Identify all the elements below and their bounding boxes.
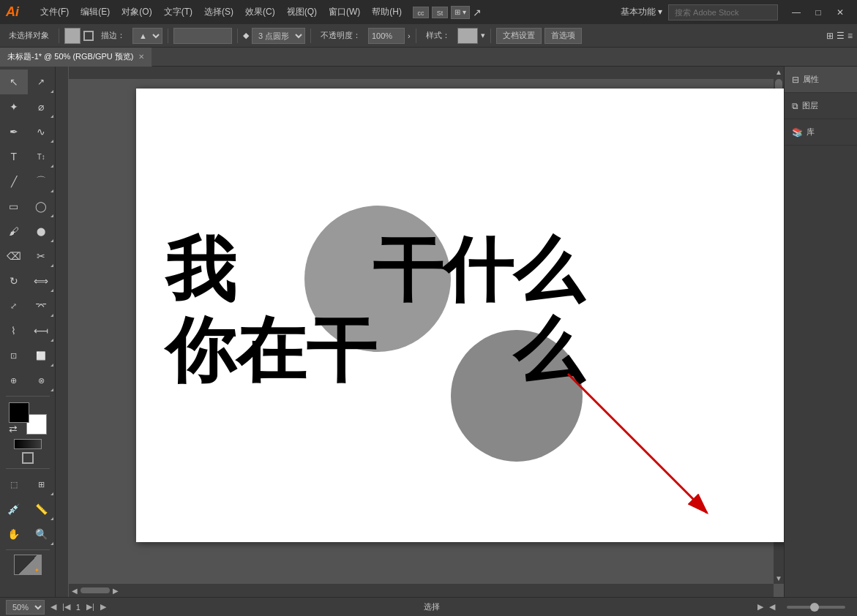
adobe-stock-search[interactable]: [668, 4, 778, 20]
width-tool[interactable]: ⟻: [28, 318, 56, 343]
color-fill-box[interactable]: [173, 28, 232, 44]
shape-builder-tool[interactable]: ⊕: [0, 368, 28, 393]
scroll-right-button[interactable]: ▶: [113, 587, 119, 595]
document-tab[interactable]: 未标题-1* @ 50% (RGB/GPU 预览) ✕: [0, 48, 152, 67]
page-prev-button[interactable]: ◀: [50, 602, 56, 612]
foreground-color-swatch[interactable]: [9, 402, 29, 423]
pen-tool[interactable]: ✒: [0, 119, 28, 144]
text-line-2[interactable]: 你在干 么: [165, 315, 583, 386]
eyedropper-icon: 💉: [7, 503, 20, 515]
tool-row-select: ↖ ↗: [0, 70, 55, 94]
text-line-1[interactable]: 我 干什么: [165, 235, 583, 305]
page-next-button[interactable]: ▶: [100, 602, 106, 612]
workspace-dropdown[interactable]: 基本功能 ▾: [616, 4, 667, 20]
opacity-expand[interactable]: ›: [408, 31, 411, 40]
gradient-swatch[interactable]: [14, 439, 42, 449]
rotate-tool[interactable]: ↻: [0, 268, 28, 293]
toggle-panel-icon[interactable]: ☰: [837, 31, 845, 41]
magic-wand-tool[interactable]: ✦: [0, 94, 28, 119]
style-expand[interactable]: ▾: [481, 31, 485, 40]
selection-tool[interactable]: ↖: [0, 70, 28, 94]
scroll-thumb-horizontal[interactable]: [81, 587, 110, 593]
fill-swatch[interactable]: [64, 28, 81, 44]
page-last-button[interactable]: ▶|: [86, 602, 94, 612]
stroke-swatch[interactable]: [83, 31, 94, 41]
reflect-tool[interactable]: ⟺: [28, 268, 56, 293]
menu-help[interactable]: 帮助(H): [367, 3, 407, 21]
properties-panel-button[interactable]: ⊟ 属性: [785, 67, 857, 93]
horizontal-scrollbar[interactable]: ◀ ▶: [69, 584, 774, 597]
eyedropper-tool[interactable]: 💉: [0, 497, 28, 522]
menu-file[interactable]: 文件(F): [35, 3, 74, 21]
artboard-tool[interactable]: ⬚: [0, 472, 28, 497]
type-tool[interactable]: T: [0, 144, 28, 169]
minimize-button[interactable]: —: [785, 0, 807, 24]
menu-effect[interactable]: 效果(C): [240, 3, 280, 21]
warp-tool[interactable]: ⌇: [0, 318, 28, 343]
menu-window[interactable]: 窗口(W): [323, 3, 365, 21]
scroll-left-button[interactable]: ◀: [72, 587, 78, 595]
style-swatch[interactable]: [457, 28, 478, 44]
more-options-icon[interactable]: ≡: [847, 31, 853, 41]
ellipse-tool[interactable]: ◯: [28, 194, 56, 219]
scroll-down-button[interactable]: ▼: [774, 573, 784, 584]
opacity-input[interactable]: 100%: [368, 28, 405, 44]
perspective-tool[interactable]: ⬜: [28, 343, 56, 368]
brush-size-select[interactable]: 3 点圆形: [252, 28, 305, 44]
scroll-up-button[interactable]: ▲: [774, 67, 784, 78]
curvature-tool[interactable]: ∿: [28, 119, 56, 144]
close-button[interactable]: ✕: [829, 0, 851, 24]
opacity-label: 不透明度：: [316, 29, 365, 42]
status-expand-button[interactable]: ▶: [757, 602, 763, 612]
tool-row-eraser: ⌫ ✂: [0, 244, 55, 268]
rotate-submenu: [50, 289, 53, 292]
zoom-select[interactable]: 50%: [6, 600, 45, 615]
eraser-tool[interactable]: ⌫: [0, 244, 28, 268]
touch-type-icon: T↕: [37, 153, 45, 161]
tab-close-button[interactable]: ✕: [138, 53, 144, 61]
direct-selection-tool[interactable]: ↗: [28, 70, 56, 94]
eraser-submenu: [50, 264, 53, 267]
scale-tool[interactable]: ⤢: [0, 293, 28, 318]
slice-tool[interactable]: ⊞: [28, 472, 56, 497]
status-collapse-button[interactable]: ◀: [769, 602, 775, 612]
background-color-swatch[interactable]: [26, 414, 47, 435]
swap-colors-icon[interactable]: ⇄: [9, 423, 18, 435]
free-transform-tool[interactable]: ⊡: [0, 343, 28, 368]
paintbrush-tool[interactable]: 🖌: [0, 219, 28, 244]
menu-view[interactable]: 视图(Q): [282, 3, 322, 21]
eraser-icon: ⌫: [7, 250, 21, 262]
scissors-tool[interactable]: ✂: [28, 244, 56, 268]
touch-type-tool[interactable]: T↕: [28, 144, 56, 169]
menu-select[interactable]: 选择(S): [199, 3, 239, 21]
doc-setup-button[interactable]: 文档设置: [496, 28, 542, 44]
menu-object[interactable]: 对象(O): [116, 3, 157, 21]
reshape-tool[interactable]: ⌤: [28, 293, 56, 318]
zoom-tool[interactable]: 🔍: [28, 522, 56, 546]
layers-panel-button[interactable]: ⧉ 图层: [785, 93, 857, 119]
artboard-submenu: [50, 492, 53, 495]
menu-type[interactable]: 文字(T): [159, 3, 198, 21]
hand-tool[interactable]: ✋: [0, 522, 28, 546]
live-paint-tool[interactable]: ⊗: [28, 368, 56, 393]
stroke-options[interactable]: ▲ ▼: [132, 28, 162, 44]
blob-brush-tool[interactable]: ⬤: [28, 219, 56, 244]
zoom-slider-thumb[interactable]: [810, 603, 819, 612]
page-number: 1: [76, 603, 81, 612]
arrange-panels-icon[interactable]: ⊞: [826, 31, 834, 41]
line-tool[interactable]: ╱: [0, 169, 28, 194]
rectangle-tool[interactable]: ▭: [0, 194, 28, 219]
none-swatch[interactable]: [22, 452, 34, 464]
eyedropper-submenu: [50, 517, 53, 520]
tool-divider: [6, 396, 50, 397]
edit-toolbar-button[interactable]: ✦: [14, 555, 42, 575]
page-first-button[interactable]: |◀: [62, 602, 70, 612]
measure-tool[interactable]: 📏: [28, 497, 56, 522]
maximize-button[interactable]: □: [807, 0, 829, 24]
arc-tool[interactable]: ⌒: [28, 169, 56, 194]
zoom-slider[interactable]: [787, 606, 845, 609]
lasso-tool[interactable]: ⌀: [28, 94, 56, 119]
menu-edit[interactable]: 编辑(E): [75, 3, 115, 21]
preferences-button[interactable]: 首选项: [544, 28, 582, 44]
library-panel-button[interactable]: 📚 库: [785, 119, 857, 146]
